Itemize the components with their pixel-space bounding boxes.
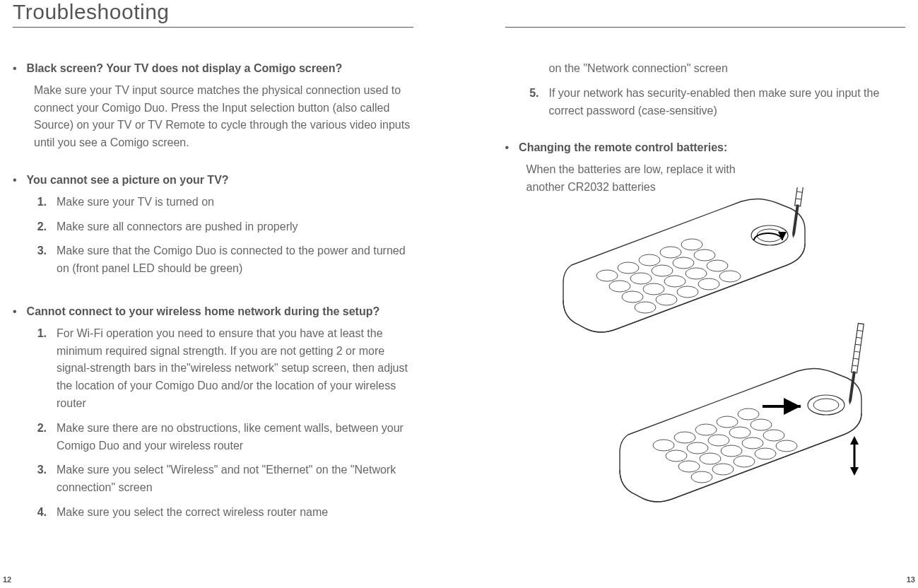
list-number: 5. bbox=[526, 85, 539, 102]
list-number: 2. bbox=[34, 420, 47, 437]
list-text: Make sure you select "Wireless" and not … bbox=[57, 461, 413, 497]
list-item: 2. Make sure all connectors are pushed i… bbox=[34, 218, 413, 236]
list-item: 2. Make sure there are no obstructions, … bbox=[34, 420, 413, 455]
list-number: 4. bbox=[34, 504, 47, 522]
rule-left bbox=[13, 27, 413, 28]
page-number-right: 13 bbox=[907, 575, 915, 584]
list-text: Make sure that the Comigo Duo is connect… bbox=[57, 242, 413, 278]
section-title: Cannot connect to your wireless home net… bbox=[27, 303, 380, 321]
list-number: 3. bbox=[34, 242, 47, 260]
left-column: • Black screen? Your TV does not display… bbox=[13, 60, 413, 541]
section-title: Black screen? Your TV does not display a… bbox=[27, 60, 343, 78]
list-text: If your network has security-enabled the… bbox=[549, 85, 906, 120]
section-black-screen: • Black screen? Your TV does not display… bbox=[13, 60, 413, 152]
list-item: 1. For Wi-Fi operation you need to ensur… bbox=[34, 325, 413, 413]
ordered-list: 1. Make sure your TV is turned on 2. Mak… bbox=[34, 194, 413, 278]
page-number-left: 12 bbox=[3, 575, 11, 584]
list-number: 2. bbox=[34, 218, 47, 236]
page-title: Troubleshooting bbox=[13, 0, 905, 24]
remote-battery-illustration bbox=[515, 187, 897, 534]
list-number: 3. bbox=[34, 461, 47, 479]
list-text: Make sure you select the correct wireles… bbox=[57, 504, 413, 522]
list-item: 4. Make sure you select the correct wire… bbox=[34, 504, 413, 522]
list-text: Make sure all connectors are pushed in p… bbox=[57, 218, 413, 236]
list-number: 1. bbox=[34, 194, 47, 211]
section-body: Make sure your TV input source matches t… bbox=[34, 82, 413, 152]
list-text: Make sure your TV is turned on bbox=[57, 194, 413, 211]
list-item: 5. If your network has security-enabled … bbox=[526, 85, 906, 120]
continued-text: on the "Network connection" screen bbox=[549, 60, 906, 78]
list-item: 1. Make sure your TV is turned on bbox=[34, 194, 413, 211]
list-item: 3. Make sure you select "Wireless" and n… bbox=[34, 461, 413, 497]
list-item: 3. Make sure that the Comigo Duo is conn… bbox=[34, 242, 413, 278]
bullet-icon: • bbox=[13, 303, 17, 321]
section-wireless: • Cannot connect to your wireless home n… bbox=[13, 303, 413, 522]
rule-right bbox=[505, 27, 906, 28]
section-title: You cannot see a picture on your TV? bbox=[27, 172, 229, 189]
bullet-icon: • bbox=[13, 172, 17, 189]
list-text: For Wi-Fi operation you need to ensure t… bbox=[57, 325, 413, 413]
header-rules bbox=[13, 27, 905, 28]
section-title: Changing the remote control batteries: bbox=[519, 139, 727, 157]
ordered-list: 1. For Wi-Fi operation you need to ensur… bbox=[34, 325, 413, 522]
list-number: 1. bbox=[34, 325, 47, 343]
section-no-picture: • You cannot see a picture on your TV? 1… bbox=[13, 172, 413, 278]
bullet-icon: • bbox=[505, 139, 510, 157]
bullet-icon: • bbox=[13, 60, 17, 78]
list-text: Make sure there are no obstructions, lik… bbox=[57, 420, 413, 455]
